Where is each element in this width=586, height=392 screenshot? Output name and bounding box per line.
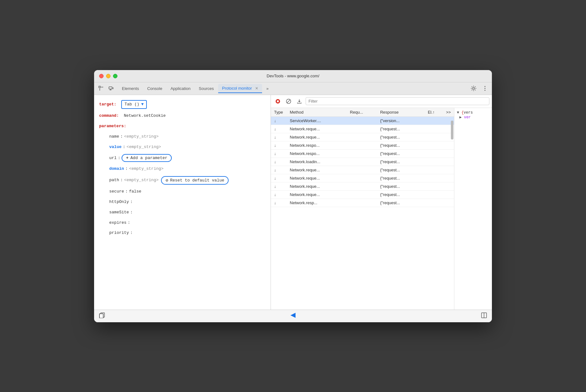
record-button[interactable] [273,97,282,106]
field-domain-value: <empty_string> [129,166,164,172]
field-samesite-row: sameSite : [109,209,266,216]
table-row[interactable]: ↓ Network.reque... {"request... [271,174,454,182]
close-button[interactable] [99,74,104,78]
tab-elements[interactable]: Elements [118,84,143,93]
bottom-bar [94,310,492,322]
cell-requ [347,149,377,157]
cell-type: ↓ [271,141,287,149]
field-secure-label: secure [109,188,124,195]
cell-response: {"request... [377,166,425,174]
table-row[interactable]: ↓ Network.resp... {"request... [271,199,454,207]
table-row[interactable]: ↓ Network.loadin... {"request... [271,157,454,166]
cell-method: Network.reque... [287,190,347,199]
maximize-button[interactable] [113,74,117,78]
svg-point-8 [485,88,486,89]
settings-icon[interactable] [469,84,478,93]
field-name-row: name : <empty_string> [109,134,266,140]
field-priority-row: priority : [109,230,266,236]
copy-icon[interactable] [99,312,105,319]
block-icon[interactable] [284,97,293,106]
add-parameter-button[interactable]: + Add a parameter [122,154,172,162]
cell-type: ↓ [271,190,287,199]
field-name-value: <empty_string> [124,134,158,140]
cell-el [425,149,443,157]
more-options-icon[interactable] [481,84,489,93]
cell-method: Network.reque... [287,133,347,141]
json-panel: ▼ {vers ▶ ver [454,108,492,310]
table-row[interactable]: ↓ Network.reque... {"request... [271,190,454,199]
table-row[interactable]: ↓ ServiceWorker.... {"version... [271,116,454,125]
device-icon[interactable] [107,84,116,93]
reset-default-button[interactable]: ⊘ Reset to default value [161,176,229,185]
filter-input[interactable] [306,97,489,105]
cell-type: ↓ [271,174,287,182]
cell-method: Network.reque... [287,182,347,190]
table-row[interactable]: ↓ Network.reque... {"request... [271,182,454,190]
traffic-lights [99,74,117,78]
table-row[interactable]: ↓ Network.reque... {"request... [271,133,454,141]
target-dropdown[interactable]: Tab () ▼ [121,100,147,109]
field-priority-label: priority [109,230,129,236]
devtools-window: DevTools - www.google.com/ [94,70,492,322]
cell-response: {"request... [377,157,425,166]
scrollbar-thumb[interactable] [451,121,453,140]
cell-more [443,157,454,166]
cell-method: Network.respo... [287,141,347,149]
send-button[interactable] [290,312,296,320]
bottom-left [99,312,105,319]
inspect-icon[interactable] [97,84,105,93]
svg-rect-3 [113,87,113,89]
cell-response: {"request... [377,174,425,182]
table-row[interactable]: ↓ Network.respo... {"request... [271,141,454,149]
svg-rect-1 [99,86,99,87]
cell-el [425,116,443,125]
col-header-method: Method [287,108,347,117]
cell-type: ↓ [271,149,287,157]
tab-application[interactable]: Application [167,84,194,93]
parameters-row: parameters: [99,123,266,130]
cell-response: {"request... [377,182,425,190]
cell-response: {"request... [377,190,425,199]
cell-method: ServiceWorker.... [287,116,347,125]
col-header-more[interactable]: >> [443,108,454,117]
cell-requ [347,199,377,207]
target-label: target: [99,101,117,108]
table-header-row: Type Method Requ... Response El.↑ >> [271,108,454,117]
dropdown-arrow-icon: ▼ [141,101,144,108]
download-icon[interactable] [295,97,304,106]
bottom-right [481,312,487,319]
svg-point-7 [485,86,486,87]
cell-response: {"version... [377,116,425,125]
table-row[interactable]: ↓ Network.respo... {"request... [271,149,454,157]
minimize-button[interactable] [106,74,111,78]
field-path-value: <empty_string> [124,177,158,184]
table-row[interactable]: ↓ Network.reque... {"request... [271,166,454,174]
cell-type: ↓ [271,199,287,207]
table-row[interactable]: ↓ Network.reque... {"request... [271,125,454,133]
tab-console[interactable]: Console [143,84,166,93]
cell-more [443,149,454,157]
panel-icon[interactable] [481,312,487,319]
left-panel: target: Tab () ▼ command: Network.setCoo… [94,95,271,310]
command-value: Network.setCookie [124,113,166,119]
main-content: target: Tab () ▼ command: Network.setCoo… [94,95,492,310]
cell-requ [347,174,377,182]
tab-sources[interactable]: Sources [195,84,218,93]
cell-requ [347,157,377,166]
bottom-center [290,312,296,320]
field-expires-label: expires [109,220,127,226]
cell-more [443,199,454,207]
cell-requ [347,116,377,125]
tab-more[interactable]: » [263,84,272,93]
cell-type: ↓ [271,182,287,190]
svg-rect-2 [109,87,112,89]
cell-method: Network.resp... [287,199,347,207]
tab-bar: Elements Console Application Sources Pro… [94,82,492,95]
tab-close-icon[interactable]: ✕ [255,86,258,91]
tab-protocol-monitor[interactable]: Protocol monitor ✕ [218,84,262,93]
svg-line-13 [287,99,290,103]
cell-more [443,182,454,190]
cell-type: ↓ [271,166,287,174]
cell-el [425,125,443,133]
col-header-el: El.↑ [425,108,443,117]
